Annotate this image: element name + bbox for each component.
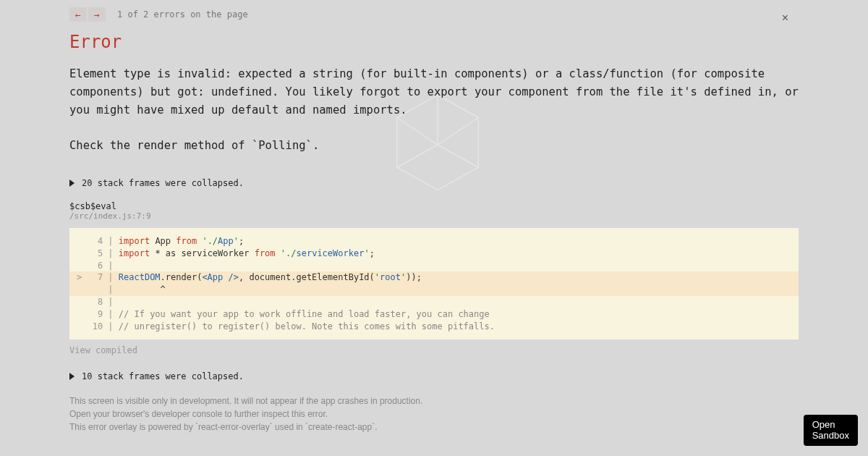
error-nav: ← → 1 of 2 errors on the page [69, 7, 799, 22]
footer-line-1: This screen is visible only in developme… [69, 394, 799, 408]
error-title: Error [69, 32, 799, 52]
prev-error-button[interactable]: ← [69, 7, 87, 22]
close-icon[interactable]: × [782, 12, 788, 25]
footer-line-2: Open your browser's developer console to… [69, 408, 799, 421]
stack-frame-name: $csb$eval [69, 201, 799, 211]
next-error-button[interactable]: → [88, 7, 106, 22]
expand-icon [69, 373, 75, 380]
code-snippet: 4 | import App from './App'; 5 | import … [69, 228, 799, 339]
footer-line-3: This error overlay is powered by `react-… [69, 421, 799, 434]
collapsed-frames-top[interactable]: 20 stack frames were collapsed. [69, 178, 799, 188]
open-sandbox-button[interactable]: OpenSandbox [804, 415, 858, 446]
view-compiled-link[interactable]: View compiled [69, 345, 799, 355]
collapsed-top-label: 20 stack frames were collapsed. [82, 178, 244, 188]
collapsed-frames-bottom[interactable]: 10 stack frames were collapsed. [69, 371, 799, 381]
stack-frame-location: /src/index.js:7:9 [69, 211, 799, 221]
collapsed-bottom-label: 10 stack frames were collapsed. [82, 371, 244, 381]
expand-icon [69, 180, 75, 187]
footer-notice: This screen is visible only in developme… [69, 394, 799, 434]
error-overlay: ← → 1 of 2 errors on the page × Error El… [0, 0, 868, 448]
error-count-label: 1 of 2 errors on the page [117, 9, 248, 20]
error-message: Element type is invalid: expected a stri… [69, 65, 799, 155]
